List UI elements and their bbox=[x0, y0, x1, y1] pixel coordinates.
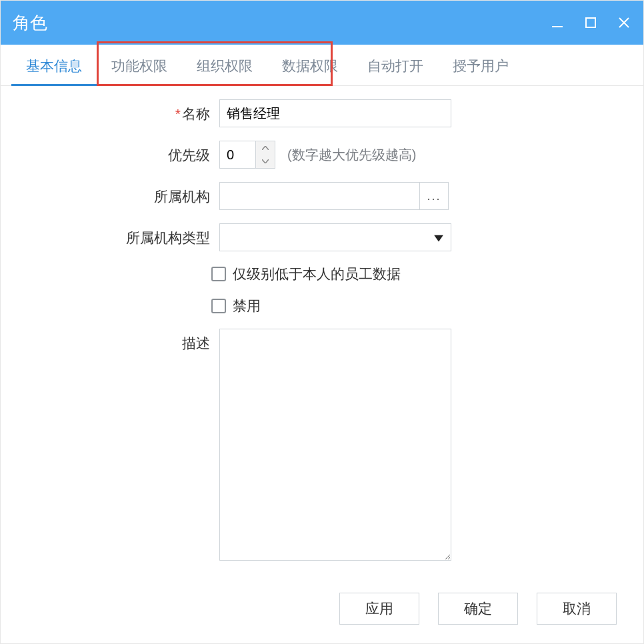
org-input[interactable] bbox=[219, 182, 419, 210]
disabled-label: 禁用 bbox=[233, 297, 261, 315]
desc-textarea[interactable] bbox=[219, 329, 451, 561]
lower-level-only-label: 仅级别低于本人的员工数据 bbox=[233, 265, 401, 283]
role-dialog: 角色 基本信息 功能权限 组织权限 数据权限 自动打开 授予用户 *名称 bbox=[0, 0, 644, 644]
tab-function-perm[interactable]: 功能权限 bbox=[97, 47, 182, 85]
desc-label: 描述 bbox=[13, 329, 219, 353]
cancel-button[interactable]: 取消 bbox=[537, 593, 617, 625]
tab-grant-users[interactable]: 授予用户 bbox=[438, 47, 523, 85]
svg-rect-1 bbox=[586, 18, 595, 27]
priority-stepper[interactable] bbox=[255, 141, 275, 169]
org-label: 所属机构 bbox=[13, 182, 219, 206]
lower-level-only-checkbox[interactable] bbox=[211, 267, 226, 281]
close-icon[interactable] bbox=[617, 15, 631, 30]
priority-label: 优先级 bbox=[13, 141, 219, 165]
apply-button[interactable]: 应用 bbox=[339, 593, 419, 625]
name-label: *名称 bbox=[13, 99, 219, 123]
disabled-checkbox[interactable] bbox=[211, 299, 226, 313]
chevron-up-icon[interactable] bbox=[256, 141, 275, 155]
tab-data-perm[interactable]: 数据权限 bbox=[267, 47, 353, 85]
priority-input[interactable] bbox=[219, 141, 255, 169]
org-browse-button[interactable]: ... bbox=[419, 182, 449, 210]
form-area: *名称 优先级 (数字越 bbox=[1, 86, 643, 581]
maximize-icon[interactable] bbox=[583, 15, 598, 30]
chevron-down-icon[interactable] bbox=[256, 155, 275, 168]
tabs-bar: 基本信息 功能权限 组织权限 数据权限 自动打开 授予用户 bbox=[1, 45, 643, 86]
window-controls bbox=[550, 15, 631, 30]
tab-auto-open[interactable]: 自动打开 bbox=[353, 47, 438, 85]
name-input[interactable] bbox=[219, 99, 451, 127]
org-type-label: 所属机构类型 bbox=[13, 223, 219, 247]
org-type-select[interactable] bbox=[219, 223, 451, 251]
minimize-icon[interactable] bbox=[550, 15, 565, 30]
window-title: 角色 bbox=[13, 11, 47, 35]
ok-button[interactable]: 确定 bbox=[438, 593, 518, 625]
titlebar: 角色 bbox=[1, 1, 643, 45]
dialog-footer: 应用 确定 取消 bbox=[1, 581, 643, 625]
priority-hint: (数字越大优先级越高) bbox=[287, 146, 416, 164]
tab-org-perm[interactable]: 组织权限 bbox=[182, 47, 267, 85]
tab-basic-info[interactable]: 基本信息 bbox=[11, 47, 97, 85]
